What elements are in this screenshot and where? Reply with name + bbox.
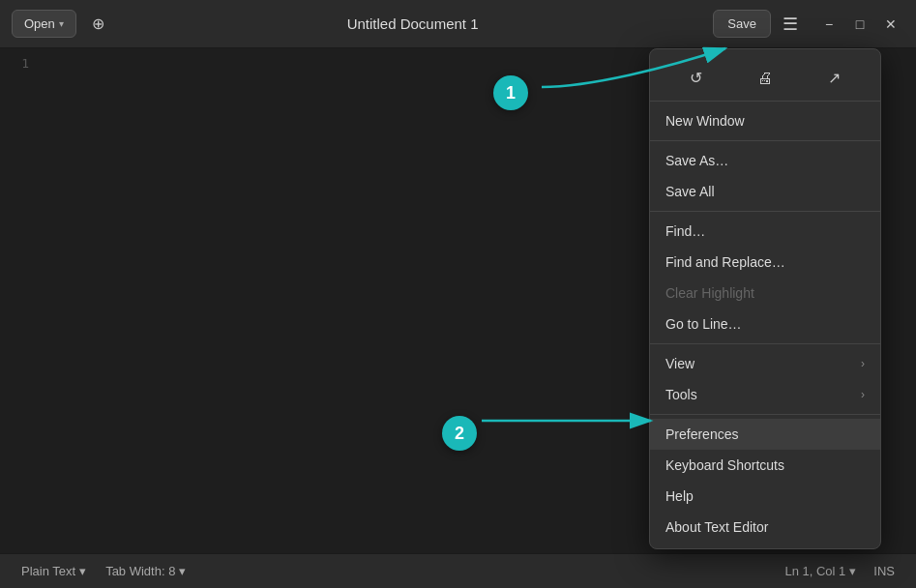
tab-width-label: Tab Width: 8 (105, 564, 175, 578)
tab-width-selector[interactable]: Tab Width: 8 ▾ (100, 562, 192, 580)
position-chevron-icon: ▾ (849, 564, 856, 578)
menu-divider-2 (650, 211, 880, 212)
mode-label: INS (873, 564, 895, 578)
print-icon: 🖨 (757, 70, 773, 86)
position-label: Ln 1, Col 1 (784, 564, 845, 578)
document-title: Untitled Document 1 (112, 15, 714, 32)
reload-button[interactable]: ↺ (680, 63, 712, 93)
menu-item-label: Find… (665, 223, 705, 239)
minimize-button[interactable]: − (815, 11, 842, 38)
menu-item-about[interactable]: About Text Editor (650, 512, 880, 543)
language-selector[interactable]: Plain Text ▾ (15, 562, 92, 580)
titlebar-left: Open ▾ ⊕ (12, 9, 112, 39)
menu-item-label: Save All (665, 184, 715, 199)
menu-divider-1 (650, 140, 880, 141)
tab-new-button[interactable]: ⊕ (84, 9, 112, 39)
menu-item-save-as[interactable]: Save As… (650, 145, 880, 176)
menu-item-tools[interactable]: Tools › (650, 379, 880, 410)
menu-item-label: Clear Highlight (665, 285, 754, 301)
menu-item-clear-highlight: Clear Highlight (650, 278, 880, 309)
statusbar-right: Ln 1, Col 1 ▾ INS (779, 562, 901, 580)
menu-item-keyboard-shortcuts[interactable]: Keyboard Shortcuts (650, 450, 880, 481)
menu-divider-4 (650, 414, 880, 415)
window-controls: − □ ✕ (815, 11, 904, 38)
save-button[interactable]: Save (713, 10, 771, 38)
annotation-1: 1 (493, 75, 528, 110)
menu-item-find-replace[interactable]: Find and Replace… (650, 247, 880, 278)
open-label: Open (24, 16, 55, 31)
menu-item-label: Preferences (665, 426, 738, 442)
menu-toolbar: ↺ 🖨 ↗ (650, 55, 880, 102)
submenu-arrow-icon: › (861, 388, 865, 401)
menu-divider-3 (650, 343, 880, 344)
menu-item-label: Find and Replace… (665, 254, 785, 270)
expand-icon: ↗ (828, 70, 841, 86)
titlebar: Open ▾ ⊕ Untitled Document 1 Save ☰ − □ … (0, 0, 916, 48)
menu-item-label: Tools (665, 387, 697, 402)
hamburger-dropdown: ↺ 🖨 ↗ New Window Save As… Save All Find…… (649, 48, 881, 549)
menu-item-label: About Text Editor (665, 519, 768, 535)
menu-item-label: Help (665, 488, 694, 504)
menu-item-label: View (665, 356, 694, 371)
line-number-1: 1 (0, 56, 29, 71)
close-button[interactable]: ✕ (877, 11, 904, 38)
language-chevron-icon: ▾ (79, 564, 86, 578)
menu-item-help[interactable]: Help (650, 481, 880, 512)
menu-item-label: New Window (665, 113, 745, 129)
maximize-button[interactable]: □ (846, 11, 873, 38)
menu-item-goto-line[interactable]: Go to Line… (650, 309, 880, 339)
menu-item-preferences[interactable]: Preferences (650, 419, 880, 450)
menu-item-view[interactable]: View › (650, 348, 880, 379)
menu-item-label: Save As… (665, 153, 728, 168)
open-chevron-icon: ▾ (59, 18, 64, 29)
open-button[interactable]: Open ▾ (12, 10, 76, 38)
line-numbers: 1 (0, 48, 39, 553)
cursor-position[interactable]: Ln 1, Col 1 ▾ (779, 562, 862, 580)
hamburger-menu-button[interactable]: ☰ (775, 8, 806, 41)
menu-item-save-all[interactable]: Save All (650, 176, 880, 207)
expand-button[interactable]: ↗ (818, 63, 850, 93)
tab-chevron-icon: ▾ (179, 564, 186, 578)
insert-mode[interactable]: INS (868, 562, 901, 580)
menu-item-label: Keyboard Shortcuts (665, 457, 784, 473)
menu-item-label: Go to Line… (665, 316, 742, 332)
menu-item-find[interactable]: Find… (650, 216, 880, 247)
submenu-arrow-icon: › (861, 357, 865, 370)
titlebar-right: Save ☰ − □ ✕ (713, 8, 904, 41)
reload-icon: ↺ (690, 70, 702, 86)
statusbar: Plain Text ▾ Tab Width: 8 ▾ Ln 1, Col 1 … (0, 553, 916, 588)
annotation-2: 2 (442, 416, 477, 451)
print-button[interactable]: 🖨 (748, 64, 783, 93)
menu-item-new-window[interactable]: New Window (650, 105, 880, 136)
language-label: Plain Text (21, 564, 75, 578)
